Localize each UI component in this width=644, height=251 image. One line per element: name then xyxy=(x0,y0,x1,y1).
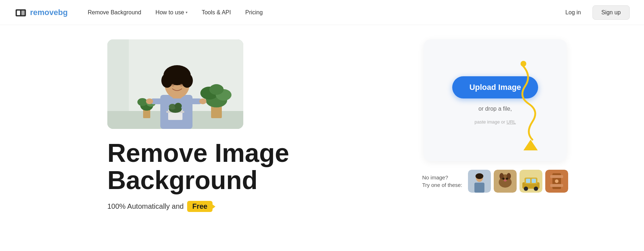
subtitle-text: 100% Automatically and xyxy=(107,202,184,211)
svg-point-34 xyxy=(199,98,206,104)
nav-right: Log in Sign up xyxy=(560,5,630,20)
how-to-use-arrow: ▾ xyxy=(186,10,187,14)
subtitle-row: 100% Automatically and Free xyxy=(107,201,394,212)
url-link[interactable]: URL xyxy=(507,119,516,125)
nav-links: Remove Background How to use ▾ Tools & A… xyxy=(82,6,560,19)
svg-point-24 xyxy=(171,84,174,87)
svg-point-48 xyxy=(504,179,507,182)
sample-thumb-product[interactable] xyxy=(545,170,568,193)
paste-url-text: paste image or URL xyxy=(474,119,516,125)
svg-point-46 xyxy=(502,178,504,180)
svg-rect-1 xyxy=(17,10,20,15)
main-content: Remove Image Background 100% Automatical… xyxy=(0,25,644,212)
svg-rect-53 xyxy=(532,179,536,183)
free-badge: Free xyxy=(187,201,212,212)
svg-point-30 xyxy=(175,103,182,109)
svg-rect-59 xyxy=(550,184,563,187)
sample-thumbnails xyxy=(468,170,568,193)
svg-point-23 xyxy=(177,69,187,81)
upload-image-button[interactable]: Upload Image xyxy=(452,76,538,98)
logo-icon xyxy=(14,6,27,19)
hero-illustration xyxy=(107,39,243,129)
svg-point-60 xyxy=(555,179,558,183)
svg-point-54 xyxy=(524,187,528,191)
nav-pricing[interactable]: Pricing xyxy=(239,6,268,19)
svg-rect-58 xyxy=(550,175,563,178)
navbar: removebg Remove Background How to use ▾ … xyxy=(0,0,644,25)
sample-thumb-car[interactable] xyxy=(519,170,542,193)
svg-point-22 xyxy=(167,69,177,81)
hero-image xyxy=(107,39,243,129)
sample-label: No image? Try one of these: xyxy=(422,174,462,189)
hero-title: Remove Image Background xyxy=(107,140,394,194)
nav-tools-api[interactable]: Tools & API xyxy=(196,6,237,19)
nav-how-to-use[interactable]: How to use ▾ xyxy=(150,6,193,19)
upload-card: Upload Image or drop a file, paste image… xyxy=(424,39,567,161)
svg-point-47 xyxy=(506,178,508,180)
svg-rect-5 xyxy=(107,39,129,111)
right-section: Upload Image or drop a file, paste image… xyxy=(422,39,568,212)
nav-remove-background[interactable]: Remove Background xyxy=(82,6,147,19)
svg-point-25 xyxy=(180,84,183,87)
login-button[interactable]: Log in xyxy=(560,6,587,19)
left-section: Remove Image Background 100% Automatical… xyxy=(107,39,394,212)
svg-rect-2 xyxy=(21,10,25,15)
svg-point-55 xyxy=(534,187,538,191)
sample-section: No image? Try one of these: xyxy=(422,170,568,193)
signup-button[interactable]: Sign up xyxy=(592,5,630,20)
drop-text: or drop a file, xyxy=(478,106,512,112)
svg-rect-52 xyxy=(526,179,530,183)
svg-point-11 xyxy=(209,84,224,95)
sample-thumb-dog[interactable] xyxy=(494,170,517,193)
logo[interactable]: removebg xyxy=(14,6,68,19)
svg-point-33 xyxy=(146,98,153,104)
sample-thumb-person[interactable] xyxy=(468,170,491,193)
svg-point-39 xyxy=(475,173,483,179)
svg-rect-40 xyxy=(474,183,484,193)
svg-point-14 xyxy=(137,98,147,106)
logo-text: removebg xyxy=(30,8,68,17)
